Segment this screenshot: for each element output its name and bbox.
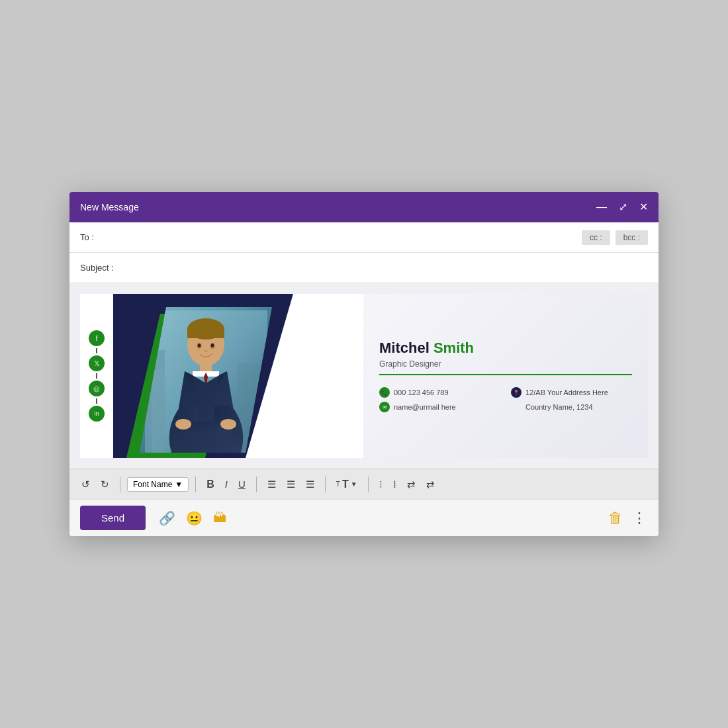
- formatting-toolbar: ↺ ↻ Font Name ▼ B I U ☰ ☰ ☰ T T ▼ ⁝ ⁞ ⇄ …: [69, 469, 659, 499]
- font-name-select[interactable]: Font Name ▼: [127, 477, 189, 492]
- font-dropdown-arrow: ▼: [175, 480, 183, 489]
- last-name: Smith: [433, 340, 474, 356]
- text-size-label: T: [336, 480, 340, 488]
- minimize-button[interactable]: —: [596, 202, 607, 212]
- text-size-arrow: ▼: [351, 480, 357, 488]
- italic-button[interactable]: I: [221, 476, 232, 492]
- address-item-2: Country Name, 1234: [511, 402, 632, 412]
- divider-1: [120, 477, 120, 492]
- expand-button[interactable]: ⤢: [619, 202, 627, 212]
- attachment-tools: 🔗 😐 🏔: [159, 510, 226, 526]
- align-center-button[interactable]: ☰: [283, 476, 299, 493]
- underline-button[interactable]: U: [234, 476, 250, 492]
- subject-label: Subject :: [80, 263, 120, 273]
- phone-item: 📞 000 123 456 789: [379, 387, 500, 398]
- address-item: 📍 12/AB Your Address Here: [511, 387, 632, 398]
- trash-icon[interactable]: 🗑: [608, 510, 623, 527]
- close-button[interactable]: ✕: [639, 202, 648, 212]
- email-icon: ✉: [379, 402, 390, 412]
- contact-details: 📞 000 123 456 789 📍 12/AB Your Address H…: [379, 387, 632, 412]
- svg-rect-6: [187, 329, 224, 338]
- instagram-icon[interactable]: ◎: [89, 381, 105, 396]
- divider-3: [256, 477, 257, 492]
- twitter-icon[interactable]: 𝕏: [89, 355, 105, 371]
- contact-info-section: Mitchel Smith Graphic Designer 📞 000 123…: [363, 294, 648, 458]
- title-bar: New Message — ⤢ ✕: [69, 192, 659, 222]
- svg-point-14: [175, 419, 191, 430]
- address-line2: Country Name, 1234: [525, 403, 593, 411]
- address-line1: 12/AB Your Address Here: [525, 388, 608, 396]
- align-left-button[interactable]: ☰: [263, 476, 280, 493]
- text-size-label-big: T: [342, 478, 349, 490]
- divider-5: [368, 477, 369, 492]
- svg-point-15: [220, 419, 236, 430]
- undo-button[interactable]: ↺: [77, 476, 94, 493]
- social-column: f 𝕏 ◎ in: [80, 294, 113, 458]
- email-address: name@urmail here: [394, 403, 456, 411]
- indent-button[interactable]: ⇄: [403, 476, 420, 493]
- text-size-button[interactable]: T T ▼: [332, 477, 361, 492]
- align-right-button[interactable]: ☰: [302, 476, 318, 493]
- to-input[interactable]: [120, 232, 582, 242]
- attach-icon[interactable]: 🔗: [159, 510, 175, 526]
- contact-title: Graphic Designer: [379, 359, 632, 375]
- subject-input[interactable]: [120, 263, 648, 273]
- bottom-toolbar: Send 🔗 😐 🏔 🗑 ⋮: [69, 499, 659, 536]
- location-icon: 📍: [511, 387, 522, 398]
- redo-button[interactable]: ↻: [97, 476, 113, 493]
- outdent-button[interactable]: ⇄: [422, 476, 439, 493]
- bold-button[interactable]: B: [203, 476, 218, 493]
- signature-card: f 𝕏 ◎ in: [80, 294, 648, 458]
- svg-point-10: [210, 343, 214, 347]
- phone-icon: 📞: [379, 387, 390, 398]
- cc-bcc-group: cc : bcc :: [582, 230, 648, 245]
- list-bullet-button[interactable]: ⁝: [375, 476, 387, 493]
- phone-number: 000 123 456 789: [394, 388, 449, 396]
- list-number-button[interactable]: ⁞: [389, 476, 400, 493]
- window-controls: — ⤢ ✕: [596, 202, 648, 212]
- first-name: Mitchel: [379, 340, 430, 356]
- send-button[interactable]: Send: [80, 506, 146, 530]
- subject-row: Subject :: [69, 253, 659, 283]
- bcc-button[interactable]: bcc :: [615, 230, 648, 245]
- facebook-icon[interactable]: f: [89, 330, 105, 346]
- font-name-label: Font Name: [133, 480, 172, 489]
- divider-2: [195, 477, 196, 492]
- svg-rect-3: [152, 370, 165, 453]
- cc-button[interactable]: cc :: [582, 230, 610, 245]
- dot-line-1: [96, 348, 97, 353]
- image-icon[interactable]: 🏔: [213, 510, 226, 525]
- email-item: ✉ name@urmail here: [379, 402, 500, 412]
- divider-4: [325, 477, 326, 492]
- dot-line-3: [96, 398, 97, 404]
- signature-area: f 𝕏 ◎ in: [69, 283, 659, 469]
- person-svg: [145, 310, 267, 453]
- to-label: To :: [80, 232, 120, 242]
- dot-line-2: [96, 373, 97, 379]
- to-row: To : cc : bcc :: [69, 222, 659, 253]
- email-compose-window: New Message — ⤢ ✕ To : cc : bcc : Subjec…: [69, 192, 659, 536]
- linkedin-icon[interactable]: in: [89, 406, 105, 422]
- contact-name: Mitchel Smith: [379, 340, 632, 357]
- svg-point-9: [197, 343, 201, 347]
- more-options-icon[interactable]: ⋮: [632, 510, 648, 527]
- emoji-icon[interactable]: 😐: [186, 510, 203, 526]
- window-title: New Message: [80, 202, 139, 212]
